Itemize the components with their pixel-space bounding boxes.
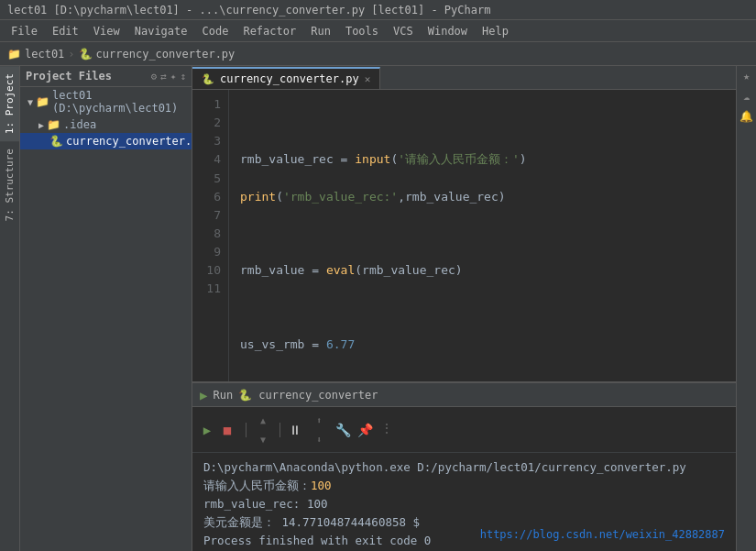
tab-close-button[interactable]: ✕ — [365, 73, 371, 85]
run-play-button[interactable]: ▶ — [198, 421, 216, 439]
pause-button[interactable]: ⏸ — [286, 421, 304, 439]
file-tree-panel: Project Files ⚙ ⇄ ✦ ↕ ▼ 📁 lect01 (D:\pyc… — [20, 66, 192, 551]
right-side-panel: ★ ☁ 🔔 — [736, 66, 756, 551]
pin-button[interactable]: 📌 — [356, 421, 374, 439]
breadcrumb-folder-icon: 📁 — [7, 48, 21, 61]
code-line-8 — [240, 372, 725, 381]
menu-view[interactable]: View — [86, 23, 127, 39]
run-tab-label[interactable]: Run 🐍 currency_converter — [213, 389, 378, 402]
scroll-down-button[interactable]: ▼ — [254, 430, 272, 448]
csdn-url[interactable]: https://blog.csdn.net/weixin_42882887 — [480, 526, 725, 544]
settings-button[interactable]: 🔧 — [334, 421, 352, 439]
tree-label-currency-converter: currency_converter.py — [66, 135, 192, 148]
file-tree-icons: ⚙ ⇄ ✦ ↕ — [151, 71, 187, 83]
code-editor[interactable]: 1 2 3 4 5 6 7 8 9 10 11 rmb_value_rec = … — [192, 90, 736, 381]
run-tab-bar: ▶ Run 🐍 currency_converter — [192, 383, 736, 407]
tree-item-currency-converter[interactable]: 🐍 currency_converter.py — [20, 133, 192, 149]
filter-icon[interactable]: ✦ — [170, 71, 177, 83]
menu-refactor[interactable]: Refactor — [236, 23, 303, 39]
sync-icon[interactable]: ⇄ — [160, 71, 167, 83]
tab-py-icon: 🐍 — [202, 73, 214, 85]
title-bar: lect01 [D:\pycharm\lect01] - ...\currenc… — [0, 0, 756, 20]
breadcrumb-py-icon: 🐍 — [79, 48, 93, 61]
editor-with-sidebar: 🐍 currency_converter.py ✕ 1 2 3 4 5 6 7 … — [192, 66, 736, 551]
run-stop-button[interactable]: ■ — [218, 421, 236, 439]
output-line-path: D:\pycharm\Anaconda\python.exe D:/pychar… — [203, 458, 725, 477]
tree-label-lect01: lect01 (D:\pycharm\lect01) — [52, 89, 188, 115]
folder-icon-lect01: 📁 — [36, 95, 49, 108]
run-tab-run-icon: ▶ — [200, 388, 207, 402]
folder-icon-idea: 📁 — [47, 118, 60, 131]
file-tree-header: Project Files ⚙ ⇄ ✦ ↕ — [20, 66, 192, 87]
run-output[interactable]: D:\pycharm\Anaconda\python.exe D:/pychar… — [192, 453, 736, 551]
code-line-1 — [240, 114, 725, 132]
line-numbers: 1 2 3 4 5 6 7 8 9 10 11 — [192, 90, 229, 381]
title-text: lect01 [D:\pycharm\lect01] - ...\currenc… — [7, 4, 490, 17]
menu-bar: File Edit View Navigate Code Refactor Ru… — [0, 20, 756, 42]
code-line-2: rmb_value_rec = input('请输入人民币金额：') — [240, 150, 725, 169]
collapse-icon[interactable]: ↕ — [180, 71, 186, 83]
breadcrumb-item-1[interactable]: lect01 — [25, 48, 64, 61]
menu-help[interactable]: Help — [475, 23, 516, 39]
output-line-result1: rmb_value_rec: 100 — [203, 495, 725, 513]
up-button[interactable]: ⬆ — [310, 411, 328, 429]
side-tabs: 1: Project 7: Structure — [0, 66, 20, 551]
code-line-7: us_vs_rmb = 6.77 — [240, 336, 725, 354]
menu-code[interactable]: Code — [195, 23, 236, 39]
sidebar-tab-project[interactable]: 1: Project — [0, 66, 19, 141]
down-button[interactable]: ⬇ — [310, 430, 328, 448]
output-line-prompt: 请输入人民币金额：100 — [203, 477, 725, 495]
menu-tools[interactable]: Tools — [338, 23, 386, 39]
main-layout: 1: Project 7: Structure Project Files ⚙ … — [0, 66, 756, 551]
toolbar-separator-2 — [279, 423, 280, 437]
tab-currency-converter[interactable]: 🐍 currency_converter.py ✕ — [192, 67, 380, 89]
run-label: Run — [213, 389, 233, 402]
menu-run[interactable]: Run — [303, 23, 338, 39]
tab-label: currency_converter.py — [220, 72, 359, 85]
menu-edit[interactable]: Edit — [45, 23, 86, 39]
run-panel: ▶ Run 🐍 currency_converter ▶ ■ ▲ ▼ ⏸ — [192, 381, 736, 551]
run-file-label: 🐍 currency_converter — [238, 389, 378, 402]
breadcrumb-item-2[interactable]: currency_converter.py — [96, 48, 236, 61]
toolbar-separator — [246, 423, 247, 437]
right-icon-2[interactable]: ☁ — [737, 86, 757, 106]
tree-label-idea: .idea — [63, 118, 96, 131]
sidebar-tab-structure[interactable]: 7: Structure — [0, 141, 19, 228]
file-tree-title: Project Files — [26, 70, 112, 83]
tree-item-lect01[interactable]: ▼ 📁 lect01 (D:\pycharm\lect01) — [20, 87, 192, 116]
more-button[interactable]: ⋮ — [378, 421, 396, 439]
code-line-3: print('rmb_value_rec:',rmb_value_rec) — [240, 188, 725, 206]
expand-arrow-idea: ▶ — [38, 120, 44, 130]
run-toolbar: ▶ ■ ▲ ▼ ⏸ ⬆ ⬇ 🔧 📌 ⋮ — [192, 407, 736, 453]
tree-item-idea[interactable]: ▶ 📁 .idea — [20, 116, 192, 133]
code-line-5: rmb_value = eval(rmb_value_rec) — [240, 261, 725, 280]
expand-arrow-lect01: ▼ — [27, 97, 33, 107]
code-line-4 — [240, 225, 725, 243]
menu-vcs[interactable]: VCS — [386, 23, 421, 39]
menu-navigate[interactable]: Navigate — [127, 23, 195, 39]
right-icon-3[interactable]: 🔔 — [737, 106, 757, 127]
file-tree-content: ▼ 📁 lect01 (D:\pycharm\lect01) ▶ 📁 .idea… — [20, 87, 192, 551]
breadcrumb-sep: › — [68, 48, 74, 61]
scroll-up-button[interactable]: ▲ — [254, 411, 272, 429]
py-file-icon: 🐍 — [49, 135, 63, 148]
menu-file[interactable]: File — [4, 23, 45, 39]
code-line-6 — [240, 299, 725, 317]
code-content[interactable]: rmb_value_rec = input('请输入人民币金额：') print… — [229, 90, 736, 381]
breadcrumb: 📁 lect01 › 🐍 currency_converter.py — [0, 42, 756, 66]
gear-icon[interactable]: ⚙ — [151, 71, 158, 83]
menu-window[interactable]: Window — [421, 23, 475, 39]
favorites-icon[interactable]: ★ — [737, 66, 757, 86]
editor-tabs: 🐍 currency_converter.py ✕ — [192, 66, 736, 90]
